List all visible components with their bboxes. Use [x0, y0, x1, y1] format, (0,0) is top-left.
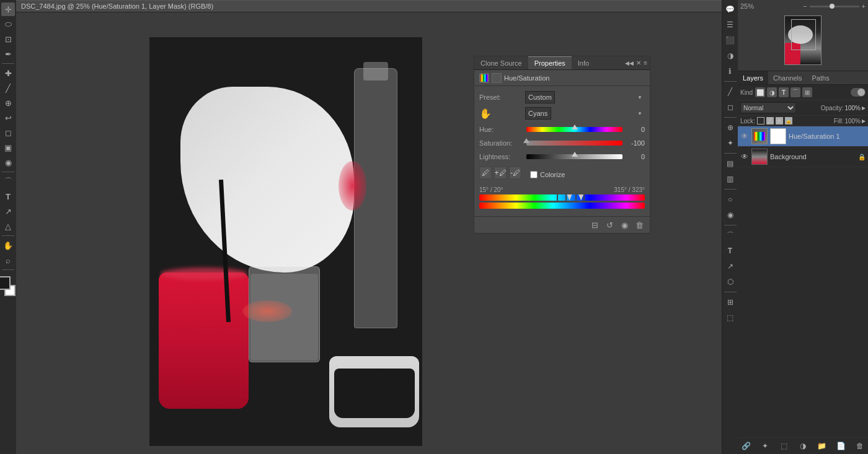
mask-icon[interactable]: ⊟	[589, 219, 600, 230]
filter-smartobj-icon[interactable]: ⊞	[802, 87, 812, 97]
toolbar-path2-icon[interactable]: ↗	[724, 260, 737, 273]
crop-tool[interactable]: ⊡	[1, 32, 15, 46]
range-diamond-left[interactable]	[567, 194, 572, 201]
burn-tool[interactable]: ◉	[1, 155, 15, 169]
hue-thumb[interactable]	[572, 124, 578, 129]
colorize-checkbox[interactable]	[530, 171, 538, 178]
toolbar-fill-icon[interactable]: ▥	[724, 172, 737, 186]
main-canvas[interactable]	[149, 37, 422, 446]
foreground-color[interactable]	[0, 276, 11, 290]
toolbar-grid-icon[interactable]: ⊞	[724, 295, 737, 309]
eraser-tool[interactable]: ◻	[1, 126, 15, 139]
toolbar-layers-icon[interactable]: ☰	[724, 18, 737, 32]
zoom-tool[interactable]: ⌕	[1, 253, 15, 267]
shape-tool[interactable]: △	[1, 219, 15, 233]
toolbar-speech-icon[interactable]: 💬	[724, 2, 737, 16]
colorize-label[interactable]: Colorize	[540, 171, 565, 178]
toolbar-patch-icon[interactable]: ✦	[724, 136, 737, 150]
link-layers-icon[interactable]: 🔗	[740, 440, 751, 452]
move-tool[interactable]: ✛	[1, 2, 15, 16]
toolbar-burn2-icon[interactable]: ◉	[724, 208, 737, 222]
toolbar-info-icon[interactable]: ℹ	[724, 64, 737, 78]
filter-pixel-icon[interactable]: ⬜	[755, 87, 765, 97]
saturation-thumb[interactable]	[523, 138, 529, 143]
toolbar-layout-icon[interactable]: ⬚	[724, 311, 737, 325]
filter-shape-icon[interactable]: ⌒	[790, 87, 800, 97]
eyedropper-add-btn[interactable]: +🖊	[494, 167, 507, 179]
filter-adj-icon[interactable]: ◑	[767, 87, 777, 97]
zoom-slider[interactable]	[810, 6, 859, 7]
layer-style-icon[interactable]: ✦	[760, 440, 771, 452]
layer-visibility-hue-sat[interactable]: 👁	[740, 132, 749, 141]
delete-icon[interactable]: 🗑	[634, 219, 645, 230]
tab-clone-source[interactable]: Clone Source	[474, 56, 528, 69]
toolbar-gradient2-icon[interactable]: ▤	[724, 157, 737, 170]
canvas-thumbnail[interactable]	[784, 15, 822, 65]
lock-all-btn[interactable]: 🔒	[785, 117, 792, 124]
toolbar-type2-icon[interactable]: T	[724, 244, 737, 258]
channel-select[interactable]: Cyans	[525, 107, 551, 120]
eyedropper-sample-btn[interactable]: 🖊	[479, 167, 492, 179]
layer-item-hue-sat[interactable]: 👁 Hue/Saturation 1	[738, 126, 868, 147]
zoom-minus-icon[interactable]: −	[803, 2, 807, 10]
gradient-tool[interactable]: ▣	[1, 141, 15, 154]
lightness-thumb[interactable]	[572, 152, 578, 157]
layer-mask-icon[interactable]: ⬚	[778, 440, 789, 452]
lightness-track[interactable]	[526, 154, 622, 159]
lasso-tool[interactable]: ⬭	[1, 17, 15, 31]
adjustment-layer-icon	[479, 73, 489, 83]
path-select-tool[interactable]: ↗	[1, 204, 15, 218]
tab-info[interactable]: Info	[572, 56, 595, 69]
hue-sat-mask-thumb[interactable]	[770, 128, 786, 144]
hue-track[interactable]	[526, 127, 622, 132]
pen-tool[interactable]: ⌒	[1, 175, 15, 188]
lock-image-btn[interactable]: ╱	[766, 117, 774, 124]
history-brush-tool[interactable]: ↩	[1, 111, 15, 124]
toolbar-eraser2-icon[interactable]: ◻	[724, 100, 737, 114]
panel-close-icon[interactable]: ✕	[636, 59, 641, 66]
saturation-track[interactable]	[526, 141, 622, 146]
toolbar-dodge-icon[interactable]: ○	[724, 193, 737, 206]
tab-paths[interactable]: Paths	[807, 71, 835, 84]
tab-layers[interactable]: Layers	[738, 71, 768, 84]
refresh-icon[interactable]: ↺	[604, 219, 615, 230]
eyedropper-subtract-btn[interactable]: -🖊	[509, 167, 521, 179]
type-tool[interactable]: T	[1, 190, 15, 203]
new-layer-icon[interactable]: 📄	[835, 440, 846, 452]
layer-item-background[interactable]: 👁 Background 🔒	[738, 147, 868, 167]
layers-bottom-bar: 🔗 ✦ ⬚ ◑ 📁 📄 🗑	[738, 437, 868, 454]
filter-toggle[interactable]	[851, 88, 866, 97]
toolbar-pen2-icon[interactable]: ⌒	[724, 229, 737, 242]
tab-channels[interactable]: Channels	[768, 71, 807, 84]
panel-collapse-icon[interactable]: ◀◀	[625, 60, 634, 66]
new-group-icon[interactable]: 📁	[817, 440, 828, 452]
blend-mode-select[interactable]: Normal	[740, 102, 796, 113]
toolbar-swatches-icon[interactable]: ⬛	[724, 33, 737, 47]
toolbar-adjust-icon[interactable]: ◑	[724, 49, 737, 63]
preset-select[interactable]: Custom	[525, 91, 555, 103]
clone-stamp-tool[interactable]: ⊕	[1, 96, 15, 110]
toolbar-clone2-icon[interactable]: ⊕	[724, 121, 737, 134]
brush-tool[interactable]: ╱	[1, 81, 15, 95]
adjustment-layer-btn[interactable]: ◑	[797, 440, 808, 452]
eyedropper-tool[interactable]: ✒	[1, 47, 15, 61]
toolbar-3d-icon[interactable]: ⬡	[724, 275, 737, 289]
panel-menu-icon[interactable]: ≡	[644, 59, 647, 66]
layer-visibility-background[interactable]: 👁	[740, 152, 749, 161]
fill-value[interactable]: 100%	[844, 118, 861, 124]
spectrum-top-bar[interactable]	[479, 194, 645, 201]
opacity-value[interactable]: 100%	[844, 105, 861, 111]
delete-layer-icon[interactable]: 🗑	[854, 440, 866, 452]
filter-type-icon[interactable]: T	[779, 87, 789, 97]
canvas-tab[interactable]: DSC_7484.jpg @ 25% (Hue/Saturation 1, La…	[16, 0, 722, 12]
tab-properties[interactable]: Properties	[528, 56, 572, 69]
spectrum-bottom-bar[interactable]	[479, 203, 645, 209]
zoom-plus-icon[interactable]: +	[862, 2, 866, 10]
heal-tool[interactable]: ✚	[1, 66, 15, 80]
hand-tool[interactable]: ✋	[1, 238, 15, 252]
toolbar-brush2-icon[interactable]: ╱	[724, 85, 737, 98]
lock-position-btn[interactable]: ✛	[776, 117, 783, 124]
range-diamond-right[interactable]	[578, 194, 583, 201]
visibility-icon[interactable]: ◉	[619, 219, 630, 230]
lock-transparent-btn[interactable]	[757, 117, 764, 124]
